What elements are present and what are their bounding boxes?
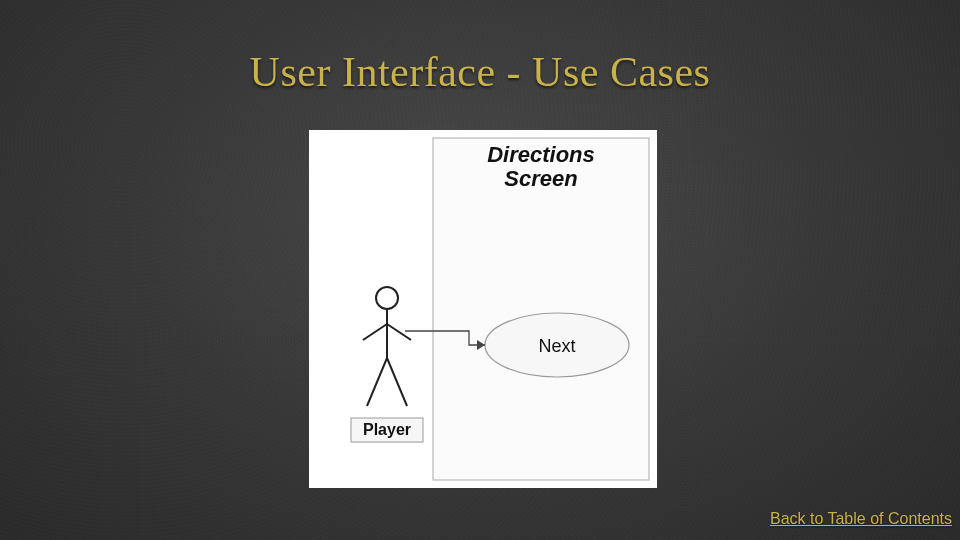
slide: User Interface - Use Cases Directions Sc… [0,0,960,540]
back-to-toc-link[interactable]: Back to Table of Contents [770,510,952,528]
usecase-label: Next [538,336,575,356]
svg-line-3 [387,324,411,340]
system-label-line2: Screen [504,166,577,191]
actor-label: Player [363,421,411,438]
svg-line-5 [387,358,407,406]
use-case-diagram: Directions Screen Player Next [309,130,657,488]
page-title: User Interface - Use Cases [0,48,960,96]
svg-line-2 [363,324,387,340]
svg-line-4 [367,358,387,406]
svg-point-0 [376,287,398,309]
system-label-line1: Directions [487,142,595,167]
actor-icon [363,287,411,406]
diagram-svg: Directions Screen Player Next [309,130,657,488]
